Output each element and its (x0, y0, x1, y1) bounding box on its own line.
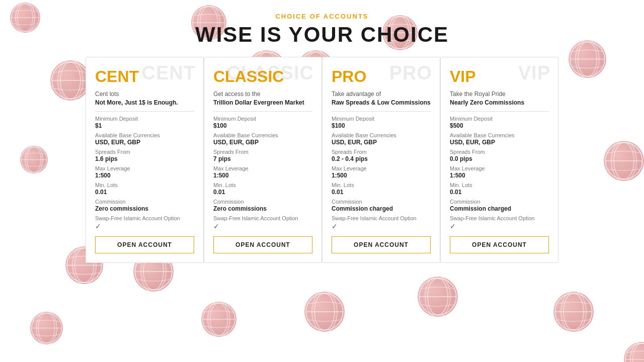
spec-lots-3: Min. Lots 0.01 (450, 182, 549, 196)
svg-point-58 (564, 293, 584, 330)
card-subtitle-0: Cent lotsNot More, Just 1$ is Enough. (95, 90, 194, 107)
bg-globe-14 (418, 277, 458, 317)
spec-min-deposit-2: Minimum Deposit $100 (332, 116, 431, 129)
cards-container: CENT CENT Cent lotsNot More, Just 1$ is … (0, 57, 644, 263)
spec-leverage-3: Max Leverage 1:500 (450, 165, 549, 179)
spec-islamic-1: Swap-Free Islamic Account Option ✓ (213, 215, 312, 230)
spec-spreads-2: Spreads From 0.2 - 0.4 pips (332, 149, 431, 162)
svg-point-36 (306, 293, 343, 330)
svg-point-12 (32, 313, 62, 343)
bg-globe-12 (304, 292, 345, 332)
open-account-button-3[interactable]: OPEN ACCOUNT (450, 236, 549, 253)
card-title-2: PRO (332, 67, 431, 86)
bg-globe-4 (30, 312, 63, 344)
spec-spreads-0: Spreads From 1.6 pips (95, 149, 194, 162)
card-subtitle-2: Take advantage ofRaw Spreads & Low Commi… (332, 90, 431, 107)
spec-lots-0: Min. Lots 0.01 (95, 182, 194, 196)
bg-globe-9 (201, 302, 236, 337)
spec-currencies-3: Available Base Currencies USD, EUR, GBP (450, 132, 549, 146)
spec-currencies-0: Available Base Currencies USD, EUR, GBP (95, 132, 194, 146)
card-subtitle-1: Get access to theTrillion Dollar Evergre… (213, 90, 312, 107)
open-account-button-1[interactable]: OPEN ACCOUNT (213, 236, 312, 253)
main-title: WISE IS YOUR CHOICE (0, 23, 644, 47)
svg-point-57 (555, 293, 592, 330)
page-header: CHOICE OF ACCOUNTS WISE IS YOUR CHOICE (0, 0, 644, 57)
card-cent: CENT CENT Cent lotsNot More, Just 1$ is … (86, 57, 204, 263)
open-account-button-2[interactable]: OPEN ACCOUNT (332, 236, 431, 253)
spec-leverage-1: Max Leverage 1:500 (213, 165, 312, 179)
spec-lots-1: Min. Lots 0.01 (213, 182, 312, 196)
svg-point-61 (633, 343, 645, 362)
spec-currencies-2: Available Base Currencies USD, EUR, GBP (332, 132, 431, 146)
spec-min-deposit-0: Minimum Deposit $1 (95, 116, 194, 129)
spec-islamic-2: Swap-Free Islamic Account Option ✓ (332, 215, 431, 230)
card-subtitle-3: Take the Royal PrideNearly Zero Commissi… (450, 90, 549, 107)
spec-currencies-1: Available Base Currencies USD, EUR, GBP (213, 132, 312, 146)
svg-point-37 (314, 293, 335, 330)
spec-leverage-2: Max Leverage 1:500 (332, 165, 431, 179)
spec-min-deposit-1: Minimum Deposit $100 (213, 116, 312, 129)
spec-spreads-3: Spreads From 0.0 pips (450, 149, 549, 162)
spec-commission-2: Commission Commission charged (332, 199, 431, 212)
bg-globe-19 (553, 292, 594, 332)
spec-commission-1: Commission Zero commissions (213, 199, 312, 212)
spec-leverage-0: Max Leverage 1:500 (95, 165, 194, 179)
svg-point-27 (203, 303, 235, 335)
spec-islamic-0: Swap-Free Islamic Account Option ✓ (95, 215, 194, 230)
spec-lots-2: Min. Lots 0.01 (332, 182, 431, 196)
card-title-3: VIP (450, 67, 549, 86)
svg-point-42 (419, 278, 456, 315)
spec-commission-3: Commission Commission charged (450, 199, 549, 212)
spec-spreads-1: Spreads From 7 pips (213, 149, 312, 162)
spec-commission-0: Commission Zero commissions (95, 199, 194, 212)
card-pro: PRO PRO Take advantage ofRaw Spreads & L… (322, 57, 440, 263)
svg-point-28 (210, 303, 228, 335)
card-classic: CLASSIC CLASSIC Get access to theTrillio… (204, 57, 322, 263)
svg-point-43 (428, 278, 448, 315)
spec-min-deposit-3: Minimum Deposit $500 (450, 116, 549, 129)
open-account-button-0[interactable]: OPEN ACCOUNT (95, 236, 194, 253)
bg-globe-20 (624, 342, 644, 362)
spec-islamic-3: Swap-Free Islamic Account Option ✓ (450, 215, 549, 230)
card-vip: VIP VIP Take the Royal PrideNearly Zero … (440, 57, 558, 263)
svg-point-13 (38, 313, 55, 343)
choice-label: CHOICE OF ACCOUNTS (0, 13, 644, 20)
card-title-0: CENT (95, 67, 194, 86)
card-title-1: CLASSIC (213, 67, 312, 86)
